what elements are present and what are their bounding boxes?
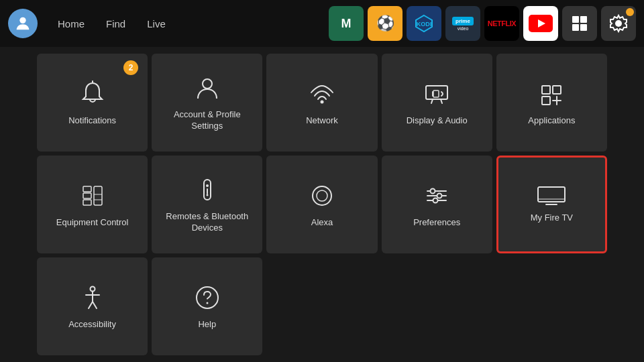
nav-home[interactable]: Home: [48, 14, 94, 34]
youtube-icon: [529, 15, 553, 32]
grid-item-accessibility[interactable]: Accessibility: [37, 257, 148, 355]
applications-icon: [537, 79, 566, 109]
svg-rect-20: [553, 86, 561, 94]
topbar: Home Find Live M ⚽ KODI prime video: [0, 0, 644, 47]
app-grid[interactable]: [562, 6, 597, 41]
accessibility-label: Accessibility: [68, 319, 116, 330]
svg-rect-6: [580, 16, 587, 23]
app-prime-video[interactable]: prime video: [445, 6, 480, 41]
svg-text:KODI: KODI: [417, 21, 432, 27]
remotes-bluetooth-label: Remotes & Bluetooth Devices: [158, 211, 256, 234]
svg-point-34: [313, 186, 331, 205]
sports-icon: ⚽: [376, 15, 394, 32]
netflix-icon: NETFLIX: [488, 19, 516, 27]
svg-rect-24: [83, 186, 91, 192]
nav-live[interactable]: Live: [138, 14, 175, 34]
svg-point-33: [206, 194, 208, 196]
app-youtube[interactable]: [523, 6, 558, 41]
max-icon: M: [341, 17, 352, 31]
svg-point-40: [437, 193, 442, 198]
grid-item-alexa[interactable]: Alexa: [266, 156, 377, 253]
svg-point-35: [317, 190, 327, 201]
display-audio-icon: [422, 79, 451, 109]
grid-item-preferences[interactable]: Preferences: [382, 156, 492, 253]
network-label: Network: [306, 115, 338, 127]
account-icon: [193, 73, 222, 103]
svg-line-49: [93, 302, 97, 308]
svg-point-13: [320, 100, 323, 103]
svg-rect-21: [542, 97, 550, 105]
svg-rect-18: [433, 90, 439, 97]
avatar[interactable]: [8, 9, 38, 38]
svg-rect-26: [83, 200, 91, 205]
help-icon: [193, 283, 222, 312]
svg-point-0: [19, 17, 25, 23]
svg-rect-19: [542, 86, 550, 94]
notifications-label: Notifications: [68, 115, 116, 127]
grid-item-notifications[interactable]: 2 Notifications: [37, 54, 148, 152]
grid-item-equipment-control[interactable]: Equipment Control: [37, 156, 148, 253]
svg-rect-25: [83, 193, 91, 198]
svg-point-41: [433, 198, 438, 202]
grid-item-applications[interactable]: Applications: [496, 54, 607, 152]
nav-find[interactable]: Find: [97, 14, 135, 34]
app-settings[interactable]: [601, 6, 636, 41]
notifications-icon: [78, 79, 107, 109]
svg-rect-8: [580, 24, 587, 31]
svg-point-12: [203, 79, 212, 88]
accessibility-icon: [78, 283, 107, 312]
network-icon: [307, 79, 337, 109]
kodi-icon: KODI: [414, 13, 434, 34]
app-max[interactable]: M: [329, 6, 364, 41]
grid-item-my-fire-tv[interactable]: My Fire TV: [496, 156, 607, 253]
preferences-label: Preferences: [413, 217, 460, 229]
help-label: Help: [198, 319, 216, 330]
svg-rect-7: [572, 24, 579, 31]
grid-item-account[interactable]: Account & Profile Settings: [152, 54, 262, 152]
applications-label: Applications: [528, 115, 575, 127]
grid-item-remotes-bluetooth[interactable]: Remotes & Bluetooth Devices: [152, 156, 262, 253]
alexa-icon: [307, 181, 337, 210]
settings-grid: 2 Notifications Account & Profile Settin…: [0, 47, 644, 362]
grid-item-network[interactable]: Network: [266, 54, 377, 152]
prime-logo: prime video: [452, 17, 474, 31]
app-sports[interactable]: ⚽: [368, 6, 402, 41]
grid-item-display-audio[interactable]: Display & Audio: [382, 54, 492, 152]
equipment-control-icon: [78, 181, 107, 210]
svg-rect-42: [538, 187, 565, 202]
svg-line-48: [89, 302, 93, 308]
settings-gear-icon: [609, 14, 628, 33]
svg-point-51: [206, 302, 208, 304]
svg-rect-27: [94, 186, 102, 205]
alexa-label: Alexa: [311, 217, 333, 229]
grid-item-help[interactable]: Help: [152, 257, 262, 355]
notifications-badge: 2: [123, 60, 138, 75]
svg-rect-5: [572, 16, 579, 23]
equipment-control-label: Equipment Control: [56, 217, 129, 229]
preferences-icon: [422, 181, 451, 210]
top-apps: M ⚽ KODI prime video NETFLIX: [329, 6, 636, 41]
remotes-bluetooth-icon: [193, 175, 222, 204]
account-label: Account & Profile Settings: [158, 109, 256, 132]
display-audio-label: Display & Audio: [407, 115, 468, 127]
settings-notification-dot: [626, 8, 634, 16]
svg-point-50: [197, 287, 218, 308]
nav-links: Home Find Live: [48, 14, 175, 34]
my-fire-tv-icon: [537, 186, 566, 206]
svg-point-31: [206, 184, 209, 187]
my-fire-tv-label: My Fire TV: [531, 213, 573, 224]
app-kodi[interactable]: KODI: [407, 6, 441, 41]
svg-point-39: [431, 188, 435, 193]
svg-point-45: [90, 286, 95, 291]
grid-icon: [570, 14, 589, 33]
app-netflix[interactable]: NETFLIX: [484, 6, 519, 41]
